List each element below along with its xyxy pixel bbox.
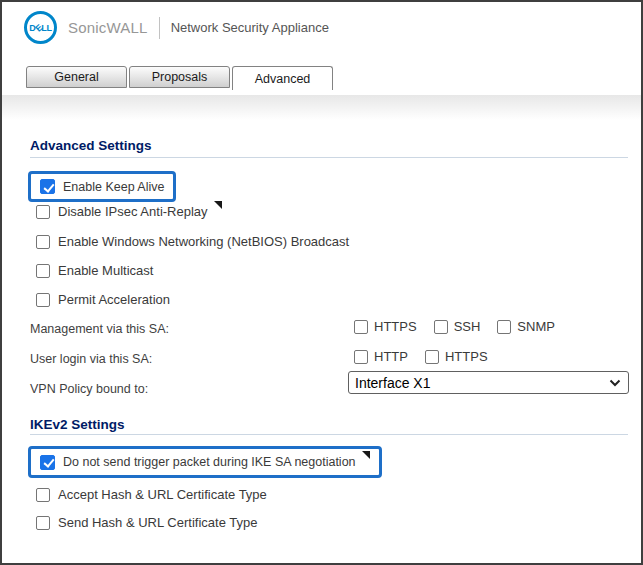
tab-content-gradient (2, 95, 641, 120)
option-https: HTTPS (354, 319, 417, 334)
sonicwall-window: DELL SonicWALL Network Security Applianc… (0, 0, 643, 565)
checkbox-label: Enable Keep Alive (63, 180, 164, 194)
row-netbios-broadcast: Enable Windows Networking (NetBIOS) Broa… (36, 234, 349, 249)
option-label: SSH (454, 319, 481, 334)
checkbox-label: Enable Windows Networking (NetBIOS) Broa… (58, 234, 349, 249)
checkbox-no-trigger-packet[interactable] (40, 455, 55, 470)
checkbox-login-http[interactable] (354, 350, 368, 364)
label-management-via-sa: Management via this SA: (30, 322, 169, 336)
checkbox-mgmt-ssh[interactable] (434, 320, 448, 334)
option-https-login: HTTPS (425, 349, 488, 364)
comment-marker-icon (362, 451, 370, 459)
row-send-hash-url: Send Hash & URL Certificate Type (36, 515, 257, 530)
header-divider (159, 17, 160, 39)
vpn-policy-selected-value: Interface X1 (355, 375, 431, 391)
checkbox-mgmt-https[interactable] (354, 320, 368, 334)
label-vpn-policy-bound-to: VPN Policy bound to: (30, 382, 148, 396)
checkbox-netbios-broadcast[interactable] (36, 235, 50, 249)
section-title-advanced-settings: Advanced Settings (30, 138, 152, 153)
dell-logo-icon: DELL (24, 11, 57, 44)
checkbox-login-https[interactable] (425, 350, 439, 364)
option-label: HTTP (374, 349, 408, 364)
section-rule (30, 434, 628, 435)
checkbox-label: Permit Acceleration (58, 292, 170, 307)
row-permit-acceleration: Permit Acceleration (36, 292, 170, 307)
row-disable-ipsec-anti-replay: Disable IPsec Anti-Replay (36, 204, 222, 219)
app-header: DELL SonicWALL Network Security Applianc… (24, 11, 329, 44)
brand-sonicwall: SonicWALL (68, 19, 148, 36)
checkbox-send-hash-url[interactable] (36, 516, 50, 530)
tab-advanced[interactable]: Advanced (232, 66, 333, 90)
tab-bar: General Proposals Advanced (26, 66, 333, 90)
checkbox-accept-hash-url[interactable] (36, 488, 50, 502)
checkbox-label: Send Hash & URL Certificate Type (58, 515, 257, 530)
option-label: HTTPS (374, 319, 417, 334)
user-login-options: HTTP HTTPS (354, 349, 505, 364)
option-snmp: SNMP (497, 319, 555, 334)
option-http: HTTP (354, 349, 408, 364)
management-options: HTTPS SSH SNMP (354, 319, 572, 334)
row-accept-hash-url: Accept Hash & URL Certificate Type (36, 487, 267, 502)
checkbox-label: Do not send trigger packet during IKE SA… (63, 455, 356, 469)
comment-marker-icon (214, 201, 222, 209)
row-enable-multicast: Enable Multicast (36, 263, 153, 278)
tab-proposals[interactable]: Proposals (129, 66, 230, 88)
option-ssh: SSH (434, 319, 481, 334)
tab-general[interactable]: General (26, 66, 127, 88)
checkbox-label: Disable IPsec Anti-Replay (58, 204, 208, 219)
chevron-down-icon (609, 379, 621, 387)
product-name: Network Security Appliance (171, 20, 329, 35)
checkbox-label: Accept Hash & URL Certificate Type (58, 487, 267, 502)
section-title-ikev2-settings: IKEv2 Settings (30, 417, 125, 432)
annotation-box-keep-alive: Enable Keep Alive (28, 171, 176, 202)
checkbox-enable-multicast[interactable] (36, 264, 50, 278)
option-label: SNMP (517, 319, 555, 334)
option-label: HTTPS (445, 349, 488, 364)
checkbox-label: Enable Multicast (58, 263, 153, 278)
section-rule (30, 157, 628, 158)
checkbox-disable-ipsec-anti-replay[interactable] (36, 205, 50, 219)
checkbox-mgmt-snmp[interactable] (497, 320, 511, 334)
annotation-box-trigger-packet: Do not send trigger packet during IKE SA… (28, 446, 382, 478)
checkbox-enable-keep-alive[interactable] (40, 179, 55, 194)
vpn-policy-select[interactable]: Interface X1 (348, 371, 629, 394)
checkbox-permit-acceleration[interactable] (36, 293, 50, 307)
label-user-login-via-sa: User login via this SA: (30, 352, 152, 366)
